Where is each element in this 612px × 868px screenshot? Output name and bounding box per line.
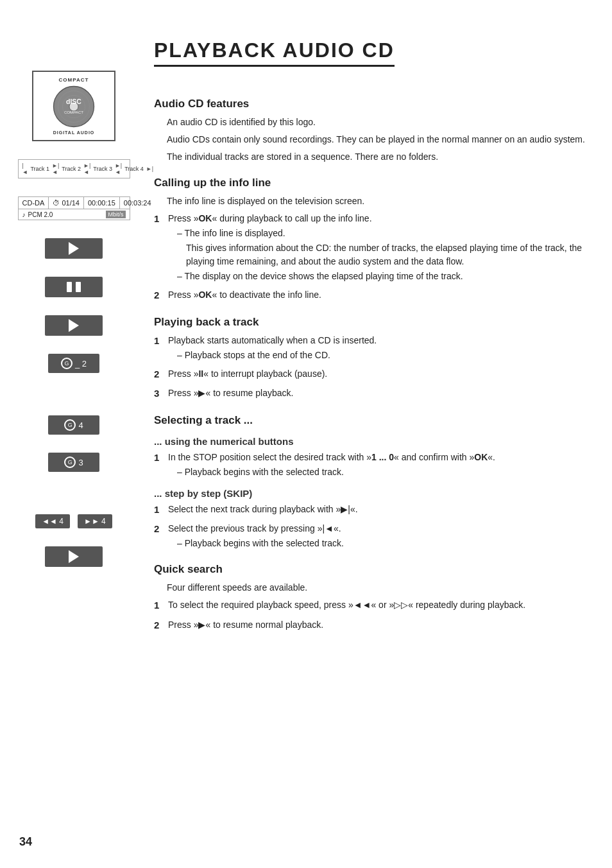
playing-num-2: 2 bbox=[154, 367, 168, 382]
track-circle-icon-3: G bbox=[64, 456, 76, 468]
play-icon-2 bbox=[69, 319, 79, 332]
qs-num-1: 1 bbox=[154, 598, 168, 613]
playing-sub1-1: – Playback stops at the end of the CD. bbox=[177, 349, 586, 362]
numerical-num-1: 1 bbox=[154, 451, 168, 479]
track-1-arrow: ►|◄ bbox=[52, 162, 59, 175]
timeline-start-arrow: |◄ bbox=[22, 162, 28, 175]
track-2-label: Track 2 bbox=[62, 166, 81, 172]
section-heading-quick-search: Quick search bbox=[154, 563, 586, 576]
track-num-3: 3 bbox=[78, 458, 83, 467]
info-cell-elapsed: 00:00:15 bbox=[84, 197, 120, 209]
numerical-step1: 1 In the STOP position select the desire… bbox=[154, 451, 586, 479]
play-icon-1 bbox=[69, 242, 79, 255]
numerical-body-1: In the STOP position select the desired … bbox=[168, 451, 586, 479]
playing-body-3: Press »▶« to resume playback. bbox=[168, 386, 586, 401]
page-title: PLAYBACK AUDIO CD bbox=[154, 39, 395, 67]
pause-bar-1 bbox=[67, 282, 72, 292]
step-num-1: 1 bbox=[154, 212, 168, 283]
audio-cd-para3: The individual tracks are stored in a se… bbox=[167, 150, 586, 164]
skip-body-2: Select the previous track by pressing »|… bbox=[168, 522, 586, 550]
qs-body-1: To select the required playback speed, p… bbox=[168, 598, 586, 613]
playing-num-3: 3 bbox=[154, 386, 168, 401]
numerical-sub1: – Playback begins with the selected trac… bbox=[177, 465, 586, 479]
pause-bar-2 bbox=[76, 282, 81, 292]
svg-text:COMPACT: COMPACT bbox=[64, 110, 83, 114]
audio-cd-para2: Audio CDs contain only sound recordings.… bbox=[167, 133, 586, 146]
step-body-1: Press »OK« during playback to call up th… bbox=[168, 212, 586, 283]
track-g-icon-4: G bbox=[68, 422, 72, 428]
track-indicator-2: G _ 2 bbox=[48, 354, 99, 373]
info-line-step2: 2 Press »OK« to deactivate the info line… bbox=[154, 288, 586, 303]
info-cell-cdda: CD-DA bbox=[19, 197, 49, 209]
qs-forward-button[interactable]: ►► 4 bbox=[78, 514, 112, 528]
track-num: 01/14 bbox=[62, 199, 80, 207]
section-heading-playing-back: Playing back a track bbox=[154, 316, 586, 329]
track-2-arrow: ►|◄ bbox=[83, 162, 90, 175]
info-line-step1: 1 Press »OK« during playback to call up … bbox=[154, 212, 586, 283]
section-heading-audio-cd: Audio CD features bbox=[154, 98, 586, 110]
qs-num-2: 2 bbox=[154, 618, 168, 633]
cd-logo-top-text: COMPACT bbox=[59, 77, 89, 83]
play-button-3[interactable] bbox=[45, 546, 103, 567]
section-heading-info-line: Calling up the info line bbox=[154, 177, 586, 189]
skip-step2: 2 Select the previous track by pressing … bbox=[154, 522, 586, 550]
playing-body-2: Press »II« to interrupt playback (pause)… bbox=[168, 367, 586, 382]
sub-heading-numerical: ... using the numerical buttons bbox=[154, 436, 586, 447]
svg-text:dISC: dISC bbox=[66, 98, 81, 105]
numerical-text-1: In the STOP position select the desired … bbox=[168, 451, 586, 464]
sub-heading-skip: ... step by step (SKIP) bbox=[154, 488, 586, 499]
track-icon: ⏱ bbox=[53, 199, 60, 207]
track-circle-icon: G bbox=[61, 358, 72, 369]
info-bar-top: CD-DA ⏱ 01/14 00:00:15 00:03:24 bbox=[19, 197, 130, 209]
track-g-icon: G bbox=[64, 360, 69, 367]
info-bar: CD-DA ⏱ 01/14 00:00:15 00:03:24 ♪ PCM 2.… bbox=[18, 196, 130, 220]
cd-logo-box: COMPACT dISC COMPACT DIGITAL AUDIO bbox=[32, 71, 115, 141]
step1-text: Press »OK« during playback to call up th… bbox=[168, 212, 586, 225]
bitrate-label: Mbit/s bbox=[106, 211, 125, 218]
playing-num-1: 1 bbox=[154, 334, 168, 362]
skip-step1: 1 Select the next track during playback … bbox=[154, 503, 586, 517]
track-timeline: |◄ Track 1 ►|◄ Track 2 ►|◄ Track 3 ►|◄ T… bbox=[18, 159, 130, 178]
track-3-label: Track 3 bbox=[93, 166, 112, 172]
audio-cd-para1: An audio CD is identified by this logo. bbox=[167, 116, 586, 129]
skip-sub1: – Playback begins with the selected trac… bbox=[177, 537, 586, 550]
play-button-1[interactable] bbox=[45, 238, 103, 259]
playing-text-1: Playback starts automatically when a CD … bbox=[168, 334, 586, 347]
quick-search-row: ◄◄ 4 ►► 4 bbox=[35, 514, 112, 528]
section-heading-selecting: Selecting a track ... bbox=[154, 414, 586, 427]
qs-body-2: Press »▶« to resume normal playback. bbox=[168, 618, 586, 633]
step-num-2: 2 bbox=[154, 288, 168, 303]
track-indicator-3: G 3 bbox=[48, 453, 99, 472]
qs-step2: 2 Press »▶« to resume normal playback. bbox=[154, 618, 586, 633]
info-bar-bottom: ♪ PCM 2.0 Mbit/s bbox=[19, 209, 130, 220]
track-g-icon-3: G bbox=[68, 459, 72, 465]
step1-sub3: – The display on the device shows the el… bbox=[177, 270, 586, 283]
pcm-label: PCM 2.0 bbox=[28, 211, 53, 218]
pause-button[interactable] bbox=[45, 277, 103, 297]
quick-search-intro: Four different speeds are available. bbox=[167, 581, 586, 595]
main-content: PLAYBACK AUDIO CD Audio CD features An a… bbox=[148, 19, 612, 849]
qs-back-button[interactable]: ◄◄ 4 bbox=[35, 514, 70, 528]
skip-num-1: 1 bbox=[154, 503, 168, 517]
step1-sub1: – The info line is displayed. bbox=[177, 227, 586, 240]
play-button-2[interactable] bbox=[45, 315, 103, 336]
info-line-intro: The info line is displayed on the televi… bbox=[167, 195, 586, 208]
playing-step1: 1 Playback starts automatically when a C… bbox=[154, 334, 586, 362]
step1-sub2: This gives information about the CD: the… bbox=[186, 241, 586, 268]
page: COMPACT dISC COMPACT DIGITAL AUDIO |◄ Tr… bbox=[0, 0, 612, 868]
sidebar: COMPACT dISC COMPACT DIGITAL AUDIO |◄ Tr… bbox=[0, 19, 148, 849]
track-circle-icon-4: G bbox=[64, 419, 76, 431]
track-4-label: Track 4 bbox=[124, 166, 144, 172]
skip-num-2: 2 bbox=[154, 522, 168, 550]
track-num-2: _ 2 bbox=[75, 359, 87, 369]
info-cell-track: ⏱ 01/14 bbox=[49, 197, 84, 209]
skip-body-1: Select the next track during playback wi… bbox=[168, 503, 586, 517]
playing-step3: 3 Press »▶« to resume playback. bbox=[154, 386, 586, 401]
track-num-4: 4 bbox=[78, 421, 83, 430]
cd-disc-icon: dISC COMPACT bbox=[51, 84, 96, 129]
playing-body-1: Playback starts automatically when a CD … bbox=[168, 334, 586, 362]
play-icon-3 bbox=[69, 550, 79, 563]
track-3-arrow: ►|◄ bbox=[115, 162, 122, 175]
qs-step1: 1 To select the required playback speed,… bbox=[154, 598, 586, 613]
track-indicator-4: G 4 bbox=[48, 415, 99, 435]
